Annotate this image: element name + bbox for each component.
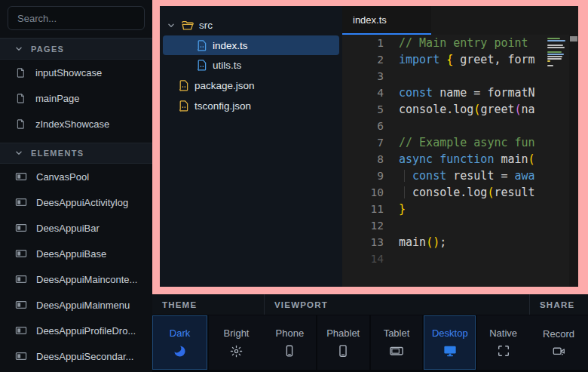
code-text: // Example async fun	[384, 134, 535, 151]
code-token: na	[522, 103, 535, 116]
sidebar-item-deesappuibase[interactable]: DeesAppuiBase	[0, 241, 152, 266]
code-token: function	[439, 152, 494, 166]
sun-icon	[229, 344, 243, 358]
code-token: main	[399, 235, 426, 249]
code-token: async	[399, 152, 433, 166]
tree-row-src[interactable]: src	[160, 15, 342, 35]
code-line: 9 const result = awa	[342, 168, 578, 184]
toolbar-header-viewport: VIEWPORT	[264, 294, 529, 315]
code-line: 5console.log(greet(na	[342, 101, 578, 118]
tree-row-package-json[interactable]: package.json	[160, 75, 342, 96]
toolbar-button-phablet[interactable]: Phablet	[317, 315, 369, 370]
line-number: 13	[342, 234, 384, 251]
chevron-down-icon	[166, 20, 176, 31]
minimap-line	[547, 49, 568, 51]
preview-canvas: srcindex.tsutils.tspackage.jsontsconfig.…	[160, 6, 578, 287]
component-icon	[15, 223, 27, 233]
code-editor: index.ts 1// Main entry point2import { g…	[342, 6, 578, 287]
sidebar-item-deesappuimainconte-[interactable]: DeesAppuiMainconte...	[0, 266, 152, 292]
sidebar-item-zindexshowcase[interactable]: zIndexShowcase	[0, 111, 152, 137]
minimap-line	[547, 58, 562, 60]
component-icon	[15, 197, 27, 208]
toolbar-button-label: Phablet	[326, 327, 360, 339]
code-line: 7// Example async fun	[342, 134, 578, 151]
code-line: 3	[342, 68, 578, 85]
sidebar-item-deesappuiactivitylog[interactable]: DeesAppuiActivitylog	[0, 189, 152, 215]
sidebar-item-deesappuiprofiledro-[interactable]: DeesAppuiProfileDro...	[0, 318, 152, 343]
component-icon	[15, 171, 27, 182]
code-text: import { greet, form	[384, 51, 535, 68]
code-area[interactable]: 1// Main entry point2import { greet, for…	[342, 35, 578, 287]
code-text: console.log(result	[384, 184, 535, 201]
code-token: ;	[439, 235, 446, 249]
phablet-icon	[336, 344, 350, 358]
line-number: 14	[342, 251, 384, 267]
code-token	[399, 169, 412, 183]
toolbar-button-label: Desktop	[432, 327, 468, 339]
sidebar-item-mainpage[interactable]: mainPage	[0, 85, 152, 111]
sidebar-section-header-elements[interactable]: ELEMENTS	[0, 143, 152, 164]
tree-row-utils-ts[interactable]: utils.ts	[160, 55, 342, 75]
storybook-app: PAGESinputShowcasemainPagezIndexShowcase…	[0, 0, 588, 372]
sidebar-item-deesappuisecondar-[interactable]: DeesAppuiSecondar...	[0, 343, 152, 369]
tree-row-index-ts[interactable]: index.ts	[163, 35, 339, 55]
chevron-down-icon	[14, 44, 24, 54]
sidebar-sections: PAGESinputShowcasemainPagezIndexShowcase…	[0, 38, 152, 369]
sidebar-item-inputshowcase[interactable]: inputShowcase	[0, 60, 152, 85]
page-icon	[15, 93, 26, 104]
minimap-line	[547, 54, 564, 55]
editor-tab-index-ts[interactable]: index.ts	[342, 6, 431, 35]
code-token: (	[528, 152, 535, 166]
json-file-icon	[178, 79, 190, 92]
toolbar-button-dark[interactable]: Dark	[152, 315, 207, 370]
toolbar-button-bright[interactable]: Bright	[209, 315, 264, 370]
toolbar-button-tablet[interactable]: Tablet	[371, 315, 423, 370]
editor-scrollbar[interactable]	[569, 35, 578, 287]
sidebar-item-deesappuimainmenu[interactable]: DeesAppuiMainmenu	[0, 292, 152, 318]
section-label: ELEMENTS	[31, 149, 84, 158]
toolbar-group-share: Record	[529, 315, 588, 370]
minimap-line	[547, 63, 568, 64]
toolbar-button-native[interactable]: Native	[477, 315, 529, 370]
json-file-icon	[178, 100, 190, 112]
code-token: const	[412, 169, 446, 183]
toolbar-button-label: Native	[489, 327, 517, 339]
toolbar-button-desktop[interactable]: Desktop	[424, 315, 476, 370]
moon-icon	[173, 344, 187, 358]
minimap-line	[547, 56, 562, 57]
code-text: main();	[384, 234, 446, 251]
code-token: )	[433, 235, 439, 249]
sidebar-section-header-pages[interactable]: PAGES	[0, 38, 152, 60]
code-lines: 1// Main entry point2import { greet, for…	[342, 35, 578, 267]
search-input[interactable]	[8, 6, 145, 30]
minimap[interactable]	[547, 38, 568, 67]
tree-item-label: utils.ts	[213, 60, 241, 71]
toolbar-button-phone[interactable]: Phone	[264, 315, 316, 370]
editor-tabbar: index.ts	[342, 6, 578, 35]
tree-item-label: package.json	[194, 80, 255, 91]
line-number: 12	[342, 217, 384, 234]
code-token: result =	[446, 169, 514, 183]
indent-guide	[404, 186, 405, 198]
line-number: 8	[342, 151, 384, 168]
sidebar-item-label: DeesAppuiMainmenu	[36, 300, 130, 311]
code-token: {	[446, 53, 453, 66]
scrollbar-thumb[interactable]	[570, 36, 577, 42]
code-text	[384, 118, 399, 134]
tree-row-tsconfig-json[interactable]: tsconfig.json	[160, 96, 342, 116]
sidebar-item-canvaspool[interactable]: CanvasPool	[0, 164, 152, 189]
line-number: 6	[342, 118, 384, 134]
code-text: console.log(greet(na	[384, 101, 535, 118]
toolbar-group-viewport: PhonePhabletTabletDesktopNative	[264, 315, 529, 370]
tree-item-label: index.ts	[213, 40, 248, 51]
toolbar-button-record[interactable]: Record	[529, 315, 588, 370]
tree-item-label: tsconfig.json	[194, 100, 251, 112]
minimap-line	[547, 40, 565, 42]
code-line: 2import { greet, form	[342, 51, 578, 68]
sidebar-item-deesappuibar[interactable]: DeesAppuiBar	[0, 215, 152, 241]
minimap-line	[547, 51, 562, 53]
sidebar-item-label: DeesAppuiSecondar...	[36, 351, 133, 362]
ts-file-icon	[196, 39, 208, 52]
indent-guide	[404, 170, 405, 182]
code-token: awa	[515, 169, 535, 183]
